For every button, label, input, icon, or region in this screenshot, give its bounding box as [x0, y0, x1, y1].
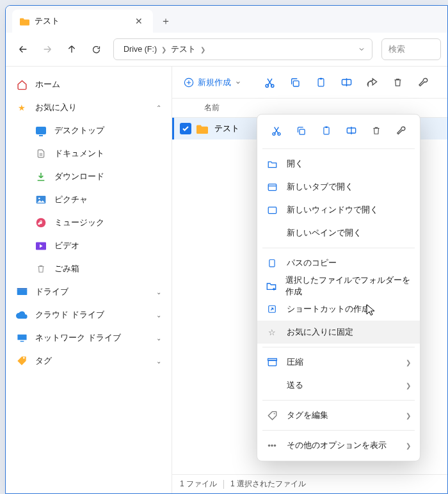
sidebar-item-music[interactable]: ミュージック: [29, 211, 168, 234]
svg-rect-5: [17, 288, 27, 289]
breadcrumb-segment[interactable]: テスト: [169, 42, 198, 58]
menu-create-shortcut[interactable]: ショートカットの作成: [257, 298, 420, 321]
address-bar[interactable]: Drive (F:) ❯ テスト ❯: [113, 38, 372, 60]
svg-rect-6: [17, 334, 26, 340]
tab-title: テスト: [35, 16, 127, 27]
menu-label: 開く: [287, 158, 303, 170]
menu-open[interactable]: 開く: [257, 152, 420, 175]
breadcrumb-segment[interactable]: Drive (F:): [122, 42, 159, 56]
properties-icon[interactable]: [412, 72, 435, 93]
tag-icon: [266, 411, 278, 420]
svg-rect-7: [20, 340, 24, 341]
sidebar: ホーム ★お気に入り⌃ デスクトップ ドキュメント ダウンロード ピクチャ ミュ…: [6, 67, 172, 493]
menu-label: パスのコピー: [287, 257, 337, 269]
sidebar-item-network[interactable]: ネットワーク ドライブ⌄: [10, 326, 168, 349]
folder-icon: [196, 124, 208, 134]
chevron-right-icon: ❯: [161, 46, 166, 53]
forward-button[interactable]: [36, 38, 58, 60]
menu-more-options[interactable]: •••その他のオプションを表示❯: [257, 434, 420, 457]
divider: [223, 480, 224, 489]
back-button[interactable]: [12, 38, 34, 60]
copy-icon[interactable]: [293, 122, 310, 139]
trash-icon: [35, 264, 47, 274]
svg-rect-18: [323, 127, 328, 134]
svg-rect-11: [293, 81, 299, 86]
status-selected: 1 選択されたファイル: [230, 479, 306, 490]
menu-edit-tags[interactable]: タグを編集❯: [257, 404, 420, 427]
refresh-button[interactable]: [85, 38, 107, 60]
new-button[interactable]: 新規作成: [180, 72, 245, 93]
svg-rect-13: [319, 78, 322, 80]
sidebar-item-label: ごみ箱: [54, 263, 79, 275]
menu-open-tab[interactable]: 新しいタブで開く: [257, 175, 420, 198]
sidebar-item-favorites[interactable]: ★お気に入り⌃: [10, 96, 168, 119]
search-input[interactable]: 検索: [381, 38, 441, 60]
paste-icon[interactable]: [309, 72, 332, 93]
checkbox-icon[interactable]: [180, 123, 191, 134]
svg-rect-25: [268, 360, 276, 366]
cut-icon[interactable]: [268, 122, 285, 139]
menu-copy-path[interactable]: パスのコピー: [257, 251, 420, 275]
sidebar-item-videos[interactable]: ビデオ: [29, 234, 168, 257]
tag-icon: [16, 356, 28, 366]
up-button[interactable]: [61, 38, 83, 60]
status-bar: 1 ファイル 1 選択されたファイル: [172, 474, 447, 493]
sidebar-item-label: タグ: [35, 355, 52, 367]
svg-point-16: [278, 132, 280, 135]
sidebar-item-desktop[interactable]: デスクトップ: [29, 119, 168, 142]
star-icon: ☆: [266, 328, 278, 337]
menu-label: その他のオプションを表示: [287, 440, 387, 451]
menu-open-window[interactable]: 新しいウィンドウで開く: [257, 198, 420, 221]
sidebar-item-trash[interactable]: ごみ箱: [29, 257, 168, 280]
cursor-icon: [366, 304, 375, 317]
sidebar-item-label: ネットワーク ドライブ: [35, 332, 121, 344]
chevron-right-icon: ❯: [406, 359, 411, 366]
delete-icon[interactable]: [368, 122, 385, 139]
close-tab-icon[interactable]: ✕: [132, 13, 145, 29]
chevron-down-icon: ⌄: [156, 358, 161, 365]
more-icon: •••: [266, 441, 278, 450]
svg-rect-21: [268, 184, 276, 190]
menu-compress[interactable]: 圧縮❯: [257, 351, 420, 374]
properties-icon[interactable]: [393, 122, 410, 139]
toolbar: 新規作成: [172, 67, 447, 99]
chevron-down-icon: ⌄: [156, 289, 161, 296]
navigation-bar: Drive (F:) ❯ テスト ❯ 検索: [6, 33, 447, 67]
sidebar-item-pictures[interactable]: ピクチャ: [29, 188, 168, 211]
file-name: テスト: [214, 123, 239, 134]
sidebar-item-drives[interactable]: ドライブ⌄: [10, 280, 168, 303]
column-name[interactable]: 名前: [204, 102, 275, 113]
menu-pin-favorites[interactable]: ☆お気に入りに固定: [257, 321, 420, 344]
share-icon[interactable]: [360, 72, 383, 93]
svg-point-1: [38, 198, 40, 200]
svg-rect-17: [300, 129, 305, 134]
delete-icon[interactable]: [386, 72, 409, 93]
menu-create-folder[interactable]: 選択したファイルでフォルダーを作成: [257, 275, 420, 298]
chevron-up-icon: ⌃: [156, 104, 161, 111]
copy-icon[interactable]: [284, 72, 307, 93]
home-icon: [16, 79, 28, 90]
menu-label: 新しいペインで開く: [287, 227, 362, 239]
window-tab[interactable]: テスト ✕: [12, 10, 153, 33]
window-icon: [266, 206, 278, 214]
sidebar-item-label: ドキュメント: [54, 148, 104, 159]
rename-icon[interactable]: [343, 122, 360, 139]
menu-open-pane[interactable]: 新しいペインで開く: [257, 221, 420, 244]
address-dropdown-icon[interactable]: [355, 43, 368, 56]
menu-send-to[interactable]: 送る❯: [257, 374, 420, 397]
paste-icon[interactable]: [318, 122, 335, 139]
rename-icon[interactable]: [335, 72, 358, 93]
sidebar-item-home[interactable]: ホーム: [10, 73, 168, 96]
sidebar-item-downloads[interactable]: ダウンロード: [29, 165, 168, 188]
title-bar: テスト ✕ ＋: [6, 6, 447, 33]
menu-label: 圧縮: [287, 356, 303, 368]
sidebar-item-cloud[interactable]: クラウド ドライブ⌄: [10, 303, 168, 326]
new-tab-button[interactable]: ＋: [153, 10, 179, 33]
shortcut-icon: [266, 305, 278, 314]
sidebar-item-tags[interactable]: タグ⌄: [10, 349, 168, 372]
cut-icon[interactable]: [258, 72, 281, 93]
sidebar-item-label: ドライブ: [35, 286, 68, 298]
chevron-right-icon: ❯: [406, 412, 411, 419]
sidebar-item-label: ビデオ: [54, 240, 79, 251]
sidebar-item-documents[interactable]: ドキュメント: [29, 142, 168, 165]
